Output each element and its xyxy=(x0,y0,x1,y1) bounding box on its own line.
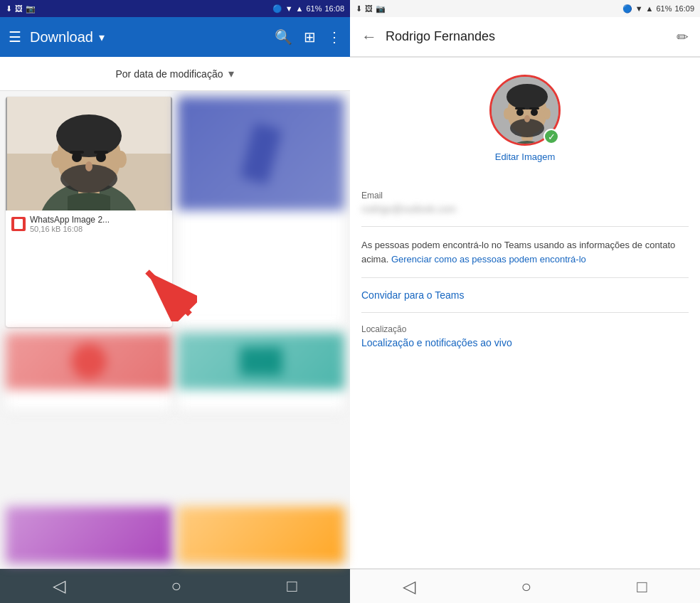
file-size-1: 50,16 kB xyxy=(30,225,60,233)
sort-chevron-icon: ▾ xyxy=(228,67,234,80)
file-details-1: WhatsApp Image 2... 50,16 kB 16:08 xyxy=(30,215,166,233)
image-icon: 🖼 xyxy=(15,4,23,13)
right-top-bar: ← Rodrigo Fernandes ✏ xyxy=(350,17,700,57)
file-card-1[interactable]: WhatsApp Image 2... 50,16 kB 16:08 xyxy=(6,97,172,327)
file-thumbnail-4 xyxy=(178,333,344,390)
svg-point-11 xyxy=(115,151,127,168)
online-status-badge: ✓ xyxy=(543,129,559,144)
sig-icon-r: ▼ xyxy=(635,4,643,13)
svg-rect-12 xyxy=(70,151,84,154)
search-icon[interactable]: 🔍 xyxy=(275,28,292,46)
invite-teams-link[interactable]: Convidar para o Teams xyxy=(361,278,689,313)
top-bar-actions: 🔍 ⊞ ⋮ xyxy=(275,28,341,46)
left-top-bar: ☰ Download ▾ 🔍 ⊞ ⋮ xyxy=(0,17,350,57)
file-meta-1: 50,16 kB 16:08 xyxy=(30,225,166,233)
file-thumbnail-5 xyxy=(6,506,172,563)
info-text-section: As pessoas podem encontrá-lo no Teams us… xyxy=(361,227,689,278)
file-card-4[interactable] xyxy=(178,333,344,411)
time-right: 16:09 xyxy=(674,4,694,13)
extra-cards-row xyxy=(0,506,350,569)
svg-point-8 xyxy=(96,152,106,162)
file-type-icon-1 xyxy=(11,217,26,231)
svg-rect-13 xyxy=(94,151,108,154)
avatar-container: ✓ xyxy=(489,75,561,146)
bluetooth-icon: 🔵 xyxy=(272,4,282,14)
file-card-3[interactable] xyxy=(6,333,172,411)
file-thumbnail-2 xyxy=(178,97,344,210)
file-card-2[interactable] xyxy=(178,97,344,327)
right-nav-back-icon[interactable]: ◁ xyxy=(403,577,415,597)
svg-point-20 xyxy=(507,84,548,110)
folder-title: Download xyxy=(30,29,93,46)
right-status-bar: ⬇ 🖼 📷 🔵 ▼ ▲ 61% 16:09 xyxy=(350,0,700,17)
svg-point-23 xyxy=(531,109,538,116)
left-status-icons: ⬇ 🖼 📷 xyxy=(6,4,36,14)
menu-icon[interactable]: ☰ xyxy=(9,28,21,46)
nav-back-icon[interactable]: ◁ xyxy=(53,576,65,596)
img-icon-r: 🖼 xyxy=(365,4,373,13)
download-icon: ⬇ xyxy=(6,4,12,14)
file-thumbnail-6 xyxy=(178,506,344,563)
right-nav-home-icon[interactable]: ○ xyxy=(521,577,531,597)
grid-view-icon[interactable]: ⊞ xyxy=(304,28,316,46)
profile-title: Rodrigo Fernandes xyxy=(386,29,668,44)
nav-recent-icon[interactable]: □ xyxy=(287,576,297,596)
svg-point-28 xyxy=(543,108,551,119)
wifi-icon-r: ▲ xyxy=(646,4,654,13)
file-grid: WhatsApp Image 2... 50,16 kB 16:08 xyxy=(0,91,350,506)
back-button[interactable]: ← xyxy=(361,28,377,46)
left-panel: ⬇ 🖼 📷 🔵 ▼ ▲ 61% 16:08 ☰ Download ▾ 🔍 ⊞ ⋮… xyxy=(0,0,350,603)
avatar-section: ✓ Editar Imagem xyxy=(361,75,689,162)
right-nav-recent-icon[interactable]: □ xyxy=(637,577,647,597)
file-card-6[interactable] xyxy=(178,506,344,563)
left-status-right: 🔵 ▼ ▲ 61% 16:08 xyxy=(272,4,344,14)
right-panel: ⬇ 🖼 📷 🔵 ▼ ▲ 61% 16:09 ← Rodrigo Fernande… xyxy=(350,0,700,603)
edit-profile-icon[interactable]: ✏ xyxy=(677,28,689,46)
svg-point-7 xyxy=(72,152,82,162)
battery-left: 61% xyxy=(306,4,322,13)
more-options-icon[interactable]: ⋮ xyxy=(327,28,341,46)
file-time-val-1: 16:08 xyxy=(63,225,83,233)
svg-rect-24 xyxy=(515,107,525,110)
sort-bar[interactable]: Por data de modificação ▾ xyxy=(0,57,350,91)
location-value[interactable]: Localização e notificações ao vivo xyxy=(361,337,689,348)
email-value: rodrigo@outlook.com xyxy=(361,203,689,215)
file-card-info-1: WhatsApp Image 2... 50,16 kB 16:08 xyxy=(6,210,172,238)
folder-title-area[interactable]: Download ▾ xyxy=(30,29,266,46)
svg-point-22 xyxy=(516,109,524,116)
profile-content: ✓ Editar Imagem Email rodrigo@outlook.co… xyxy=(350,58,700,568)
location-section: Localização Localização e notificações a… xyxy=(361,313,689,360)
file-card-5[interactable] xyxy=(6,506,172,563)
svg-point-9 xyxy=(85,161,92,171)
cam-icon-r: 📷 xyxy=(376,4,386,14)
wifi-icon: ▲ xyxy=(296,4,304,13)
email-label: Email xyxy=(361,191,689,201)
battery-right: 61% xyxy=(656,4,672,13)
edit-image-link[interactable]: Editar Imagem xyxy=(495,151,556,162)
file-name-1: WhatsApp Image 2... xyxy=(30,215,166,225)
left-nav-bar: ◁ ○ □ xyxy=(0,569,350,603)
nav-home-icon[interactable]: ○ xyxy=(171,576,181,596)
file-thumbnail-3 xyxy=(6,333,172,390)
file-thumbnail-1 xyxy=(6,97,172,210)
location-label: Localização xyxy=(361,324,689,334)
manage-link[interactable]: Gerenciar como as pessoas podem encontrá… xyxy=(391,254,586,265)
svg-point-5 xyxy=(56,114,122,157)
left-status-bar: ⬇ 🖼 📷 🔵 ▼ ▲ 61% 16:08 xyxy=(0,0,350,17)
dl-icon-r: ⬇ xyxy=(356,4,362,14)
bt-icon-r: 🔵 xyxy=(622,4,632,14)
time-left: 16:08 xyxy=(324,4,344,13)
email-section: Email rodrigo@outlook.com xyxy=(361,179,689,227)
svg-point-26 xyxy=(524,115,530,122)
svg-rect-25 xyxy=(529,107,539,110)
svg-point-27 xyxy=(504,108,511,119)
dropdown-chevron-icon[interactable]: ▾ xyxy=(99,31,105,44)
signal-icon: ▼ xyxy=(285,4,293,13)
sort-label: Por data de modificação xyxy=(116,68,223,80)
right-status-icons: ⬇ 🖼 📷 xyxy=(356,4,386,14)
camera-icon: 📷 xyxy=(26,4,36,14)
svg-point-10 xyxy=(51,151,63,168)
right-status-right: 🔵 ▼ ▲ 61% 16:09 xyxy=(622,4,694,14)
right-nav-bar: ◁ ○ □ xyxy=(350,569,700,603)
